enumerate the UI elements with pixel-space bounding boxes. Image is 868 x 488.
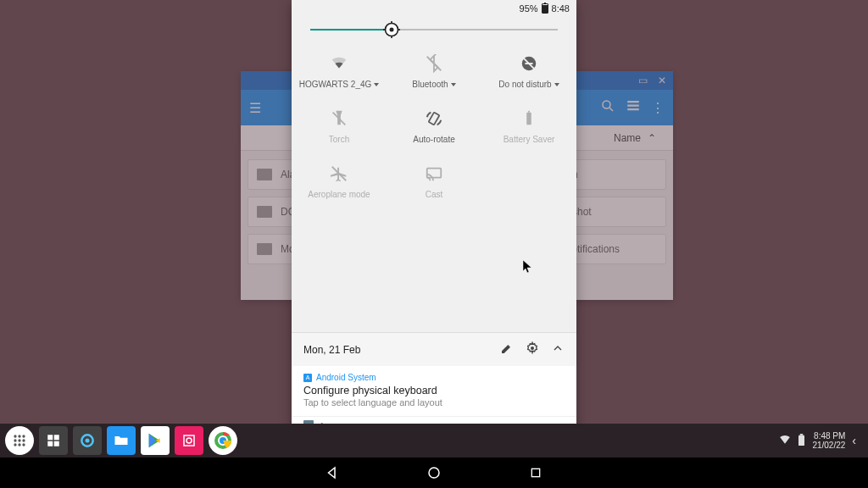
svg-point-29 <box>18 443 20 446</box>
taskbar-clock[interactable]: 8:48 PM 21/02/22 <box>812 431 845 450</box>
tile-bluetooth[interactable]: Bluetooth <box>387 42 481 97</box>
svg-rect-45 <box>531 469 539 476</box>
edit-icon[interactable] <box>500 341 514 358</box>
quick-settings-panel: 95% 8:48 HOGWARTS 2_4G Bluetooth Do not … <box>292 0 576 434</box>
svg-point-36 <box>86 439 90 443</box>
svg-point-23 <box>18 435 20 437</box>
svg-point-21 <box>531 347 534 350</box>
svg-rect-32 <box>54 435 59 440</box>
chevron-down-icon <box>374 83 379 86</box>
tile-label: HOGWARTS 2_4G <box>299 80 380 89</box>
svg-point-28 <box>14 443 16 446</box>
notification-app-row: A Android System <box>303 373 565 382</box>
tile-label: Cast <box>426 190 443 199</box>
chevron-down-icon <box>554 83 559 86</box>
settings-app-button[interactable] <box>73 426 102 455</box>
back-button[interactable] <box>324 464 341 481</box>
overview-button[interactable] <box>527 464 544 481</box>
window-restore-icon[interactable]: ▭ <box>638 75 648 86</box>
notification-card[interactable]: A Android System Configure physical keyb… <box>292 366 576 416</box>
tile-autorotate[interactable]: Auto-rotate <box>387 97 481 152</box>
android-system-icon: A <box>303 374 312 382</box>
svg-rect-43 <box>800 434 804 435</box>
quick-settings-footer: Mon, 21 Feb <box>292 332 576 366</box>
app-drawer-button[interactable] <box>5 426 34 455</box>
cast-icon <box>425 164 443 183</box>
gear-icon[interactable] <box>526 341 539 358</box>
search-icon[interactable] <box>600 98 615 117</box>
bluetooth-off-icon <box>425 54 443 73</box>
folder-icon <box>257 243 272 255</box>
recent-apps-button[interactable] <box>39 426 68 455</box>
chevron-up-icon: ⌃ <box>648 132 656 144</box>
svg-rect-3 <box>627 105 639 107</box>
tile-label: Torch <box>329 135 349 144</box>
svg-point-38 <box>186 438 192 443</box>
tile-airplane[interactable]: Aeroplane mode <box>292 152 387 208</box>
tile-label: Auto-rotate <box>413 135 454 144</box>
menu-icon[interactable]: ☰ <box>249 100 261 116</box>
tile-label: Battery Saver <box>504 135 555 144</box>
brightness-thumb-icon[interactable] <box>383 21 400 38</box>
tile-cast[interactable]: Cast <box>387 152 481 208</box>
chevron-up-icon[interactable] <box>551 341 565 358</box>
torch-icon <box>330 109 348 128</box>
svg-rect-18 <box>528 111 530 113</box>
battery-percent: 95% <box>520 3 538 14</box>
svg-line-1 <box>609 108 613 111</box>
svg-point-44 <box>429 468 439 478</box>
svg-point-24 <box>22 435 25 437</box>
svg-point-22 <box>14 435 16 437</box>
dnd-icon <box>520 54 538 73</box>
svg-rect-34 <box>54 441 59 446</box>
view-grid-icon[interactable] <box>626 98 641 117</box>
sort-column-label: Name <box>614 132 641 144</box>
tile-label: Aeroplane mode <box>308 190 370 199</box>
svg-rect-42 <box>798 435 804 446</box>
svg-rect-4 <box>627 108 639 110</box>
notification-subtitle: Tap to select language and layout <box>303 397 565 408</box>
chrome-button[interactable] <box>209 426 237 455</box>
tile-label: Bluetooth <box>412 80 455 89</box>
airplane-icon <box>330 164 348 183</box>
quick-settings-tiles: HOGWARTS 2_4G Bluetooth Do not disturb T… <box>292 37 576 221</box>
play-store-button[interactable] <box>141 426 170 455</box>
wifi-icon <box>330 54 348 73</box>
home-button[interactable] <box>426 464 442 481</box>
more-icon[interactable]: ⋮ <box>651 100 665 116</box>
taskbar-tray: 8:48 PM 21/02/22 ‹ <box>779 431 863 450</box>
svg-rect-20 <box>427 169 442 178</box>
svg-rect-2 <box>627 101 639 103</box>
brightness-slider[interactable] <box>292 17 576 37</box>
wifi-tray-icon[interactable] <box>779 434 791 447</box>
tile-torch[interactable]: Torch <box>292 97 387 152</box>
status-bar: 95% 8:48 <box>292 0 576 17</box>
tile-dnd[interactable]: Do not disturb <box>481 42 576 97</box>
svg-rect-31 <box>47 435 53 440</box>
battery-tray-icon[interactable] <box>798 434 805 447</box>
tile-battery-saver[interactable]: Battery Saver <box>481 97 576 152</box>
svg-rect-37 <box>184 435 194 446</box>
clock-time: 8:48 <box>552 3 570 14</box>
footer-date: Mon, 21 Feb <box>303 344 360 356</box>
window-close-icon[interactable]: ✕ <box>658 75 666 86</box>
files-app-button[interactable] <box>107 426 136 455</box>
svg-point-6 <box>390 28 394 32</box>
svg-point-30 <box>22 443 25 446</box>
folder-icon <box>257 169 272 180</box>
battery-icon <box>520 109 538 128</box>
taskbar: 8:48 PM 21/02/22 ‹ <box>0 424 868 458</box>
taskbar-time: 8:48 PM <box>812 431 845 441</box>
folder-icon <box>257 206 272 218</box>
svg-point-27 <box>22 439 25 441</box>
inshot-app-button[interactable] <box>175 426 203 455</box>
svg-rect-17 <box>526 113 531 125</box>
navigation-bar <box>0 458 868 488</box>
svg-point-25 <box>14 439 16 441</box>
tray-chevron-icon[interactable]: ‹ <box>852 434 856 447</box>
rotate-icon <box>425 109 443 128</box>
tile-wifi[interactable]: HOGWARTS 2_4G <box>292 42 387 97</box>
svg-rect-16 <box>429 113 440 125</box>
notification-title: Configure physical keyboard <box>303 385 565 396</box>
svg-rect-33 <box>47 441 53 446</box>
